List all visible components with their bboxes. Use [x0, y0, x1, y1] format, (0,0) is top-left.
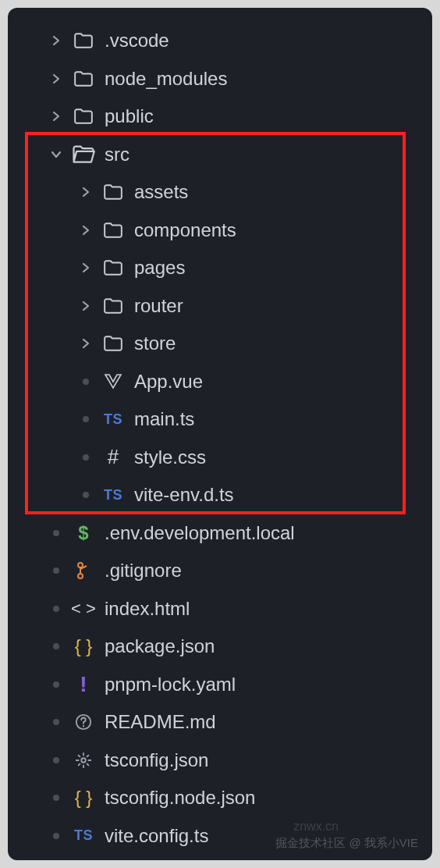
file-tree-item[interactable]: TSmain.ts: [14, 400, 426, 439]
file-label: main.ts: [134, 408, 194, 430]
folder-icon: [101, 335, 125, 352]
file-tree-item[interactable]: src: [14, 136, 426, 174]
vue-icon: [101, 373, 125, 390]
file-label: src: [105, 144, 130, 165]
file-label: tsconfig.json: [105, 749, 208, 771]
bullet-icon: [48, 681, 64, 688]
file-label: router: [134, 295, 183, 317]
file-label: .vscode: [105, 30, 169, 52]
file-tree-item[interactable]: assets: [14, 173, 426, 212]
file-tree-item[interactable]: components: [14, 212, 426, 250]
bullet-icon: [48, 757, 64, 763]
file-label: package.json: [105, 635, 215, 657]
chevron-right-icon[interactable]: [78, 187, 94, 197]
file-label: components: [134, 219, 236, 241]
bullet-icon: [78, 416, 94, 422]
file-tree-item[interactable]: .vscode: [14, 22, 426, 60]
svg-point-3: [81, 758, 86, 763]
chevron-right-icon[interactable]: [48, 73, 64, 84]
typescript-icon: TS: [72, 827, 95, 844]
file-label: tsconfig.node.json: [105, 787, 255, 809]
bullet-icon: [48, 567, 64, 574]
bullet-icon: [48, 606, 64, 612]
file-label: store: [134, 333, 176, 354]
file-label: .env.development.local: [105, 522, 295, 544]
folder-icon: [72, 32, 95, 49]
chevron-right-icon[interactable]: [78, 338, 94, 349]
chevron-right-icon[interactable]: [78, 262, 94, 273]
folder-icon: [101, 259, 125, 276]
chevron-right-icon[interactable]: [48, 111, 64, 122]
typescript-icon: TS: [101, 411, 125, 428]
json-icon: { }: [72, 787, 95, 809]
file-label: vite.config.ts: [105, 825, 208, 847]
bullet-icon: [48, 719, 64, 725]
file-label: vite-env.d.ts: [134, 484, 234, 506]
file-tree-item[interactable]: router: [14, 287, 426, 326]
file-tree-item[interactable]: store: [14, 325, 426, 363]
folder-open-icon: [72, 144, 95, 164]
file-tree-item[interactable]: $.env.development.local: [14, 514, 426, 553]
file-label: style.css: [134, 446, 206, 468]
file-label: public: [105, 105, 154, 127]
bullet-icon: [48, 530, 64, 536]
css-icon: #: [101, 445, 125, 469]
file-label: node_modules: [105, 68, 227, 90]
bullet-icon: [78, 492, 94, 498]
file-tree: .vscodenode_modulespublicsrcassetscompon…: [14, 22, 426, 855]
file-tree-item[interactable]: .gitignore: [14, 552, 426, 590]
file-label: index.html: [105, 598, 190, 620]
file-label: pages: [134, 257, 185, 279]
file-tree-item[interactable]: #style.css: [14, 439, 426, 477]
folder-icon: [72, 108, 95, 125]
config-icon: [72, 752, 95, 769]
chevron-right-icon[interactable]: [78, 301, 94, 311]
file-tree-item[interactable]: TSvite-env.d.ts: [14, 476, 426, 514]
bullet-icon: [48, 833, 64, 839]
chevron-down-icon[interactable]: [48, 150, 64, 159]
bullet-icon: [78, 379, 94, 385]
file-tree-item[interactable]: pages: [14, 249, 426, 287]
file-tree-item[interactable]: README.md: [14, 703, 426, 742]
file-tree-item[interactable]: < >index.html: [14, 590, 426, 628]
file-tree-item[interactable]: tsconfig.json: [14, 742, 426, 780]
yaml-icon: !: [72, 672, 95, 697]
file-tree-item[interactable]: public: [14, 98, 426, 136]
bullet-icon: [48, 795, 64, 801]
folder-icon: [72, 70, 95, 87]
watermark-text: znwx.cn: [293, 820, 339, 834]
svg-point-1: [78, 574, 83, 578]
file-explorer-panel: .vscodenode_modulespublicsrcassetscompon…: [8, 8, 432, 860]
file-tree-item[interactable]: !pnpm-lock.yaml: [14, 666, 426, 704]
file-label: .gitignore: [105, 560, 182, 582]
file-tree-item[interactable]: { }package.json: [14, 628, 426, 666]
typescript-icon: TS: [101, 487, 125, 503]
folder-icon: [101, 297, 125, 315]
file-label: assets: [134, 181, 188, 203]
chevron-right-icon[interactable]: [78, 225, 94, 236]
json-icon: { }: [72, 635, 95, 657]
file-tree-item[interactable]: { }tsconfig.node.json: [14, 779, 426, 817]
chevron-right-icon[interactable]: [48, 35, 64, 46]
file-tree-item[interactable]: node_modules: [14, 60, 426, 98]
file-tree-item[interactable]: App.vue: [14, 363, 426, 401]
svg-point-0: [78, 563, 83, 567]
watermark-text: 掘金技术社区 @ 我系小VIE: [275, 836, 418, 851]
git-icon: [72, 561, 95, 580]
readme-icon: [72, 713, 95, 731]
file-label: App.vue: [134, 371, 203, 393]
env-icon: $: [72, 522, 95, 544]
html-icon: < >: [72, 599, 95, 619]
bullet-icon: [48, 643, 64, 649]
file-label: pnpm-lock.yaml: [105, 674, 236, 695]
file-label: README.md: [105, 711, 216, 733]
bullet-icon: [78, 454, 94, 461]
folder-icon: [101, 183, 125, 201]
folder-icon: [101, 222, 125, 239]
